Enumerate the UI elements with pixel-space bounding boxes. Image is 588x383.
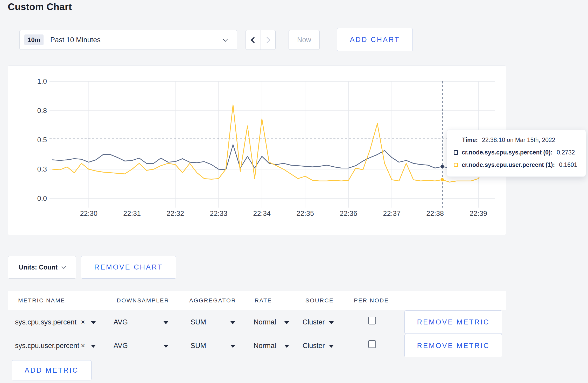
per-node-checkbox[interactable]	[368, 340, 376, 348]
chevron-right-icon	[264, 37, 270, 43]
tooltip-time-value: 22:38:10 on Mar 15th, 2022	[482, 137, 555, 144]
x-axis-tick-label: 22:31	[123, 210, 141, 217]
time-nav-group	[246, 30, 276, 50]
downsampler-select[interactable]: AVG	[114, 310, 128, 334]
x-axis-tick-label: 22:32	[166, 210, 184, 217]
chevron-down-icon	[223, 37, 228, 42]
series-sys-legend-swatch-icon	[454, 150, 458, 155]
add-metric-button[interactable]: ADD METRIC	[12, 360, 92, 380]
caret-down-icon[interactable]	[329, 321, 334, 324]
tooltip-series-value: 0.1601	[559, 161, 577, 168]
caret-down-icon[interactable]	[284, 345, 289, 348]
aggregator-select[interactable]: SUM	[191, 334, 206, 357]
rate-select[interactable]: Normal	[254, 310, 276, 334]
time-back-button[interactable]	[246, 30, 261, 49]
source-select[interactable]: Cluster	[303, 334, 325, 357]
time-range-dropdown[interactable]: 10m Past 10 Minutes	[19, 30, 237, 50]
x-axis-tick-label: 22:35	[296, 210, 314, 217]
caret-down-icon[interactable]	[329, 345, 334, 348]
per-node-checkbox[interactable]	[368, 317, 376, 324]
x-axis-tick-label: 22:36	[340, 210, 357, 217]
caret-down-icon[interactable]	[284, 321, 289, 324]
column-header-source: SOURCE	[305, 291, 334, 310]
hover-dot-sys	[440, 165, 444, 168]
series-line-sys-cpu	[53, 145, 493, 170]
column-header-metric-name: METRIC NAME	[18, 291, 65, 310]
y-axis-tick-label: 0.5	[37, 136, 47, 144]
x-axis-tick-label: 22:33	[210, 210, 227, 217]
time-range-badge: 10m	[24, 34, 44, 45]
caret-down-icon[interactable]	[230, 345, 235, 348]
column-header-aggregator: AGGREGATOR	[189, 291, 236, 310]
clear-metric-icon[interactable]: ×	[81, 310, 85, 334]
column-header-per-node: PER NODE	[354, 291, 389, 310]
caret-down-icon[interactable]	[230, 321, 235, 324]
series-user-legend-swatch-icon	[454, 163, 458, 167]
x-axis-tick-label: 22:30	[80, 210, 97, 217]
caret-down-icon[interactable]	[163, 345, 169, 348]
column-header-rate: RATE	[255, 291, 272, 310]
time-range-label: Past 10 Minutes	[50, 36, 101, 44]
caret-down-icon[interactable]	[91, 345, 96, 348]
units-dropdown[interactable]: Units: Count	[8, 256, 76, 279]
aggregator-select[interactable]: SUM	[191, 310, 206, 334]
x-axis-tick-label: 22:38	[426, 210, 444, 217]
y-axis-tick-label: 0.8	[37, 107, 47, 115]
downsampler-select[interactable]: AVG	[114, 334, 128, 357]
rate-select[interactable]: Normal	[254, 334, 276, 357]
tooltip-series-value: 0.2732	[557, 149, 575, 156]
now-button[interactable]: Now	[289, 30, 320, 50]
toolbar-divider	[8, 31, 8, 50]
tooltip-series-name: cr.node.sys.cpu.user.percent (1):	[462, 161, 555, 168]
metric-row: sys.cpu.user.percent × AVG SUM Normal Cl…	[0, 334, 588, 357]
x-axis-tick-label: 22:37	[383, 210, 401, 217]
metric-name-value[interactable]: sys.cpu.user.percent	[15, 334, 79, 357]
clear-metric-icon[interactable]: ×	[81, 334, 85, 357]
chevron-left-icon	[251, 37, 257, 43]
add-chart-button[interactable]: ADD CHART	[337, 28, 413, 51]
remove-chart-button[interactable]: REMOVE CHART	[81, 256, 176, 279]
chart-tooltip: Time: 22:38:10 on Mar 15th, 2022 cr.node…	[447, 130, 586, 177]
caret-down-icon[interactable]	[163, 321, 169, 324]
hover-dot-user	[440, 178, 444, 181]
tooltip-time-label: Time:	[462, 137, 478, 144]
y-axis-tick-label: 0.0	[37, 195, 47, 202]
y-axis-tick-label: 1.0	[37, 77, 47, 85]
page-title: Custom Chart	[8, 2, 72, 12]
tooltip-series-name: cr.node.sys.cpu.sys.percent (0):	[462, 149, 552, 156]
y-axis-tick-label: 0.3	[37, 165, 47, 173]
chevron-down-icon	[61, 264, 66, 269]
metric-name-value[interactable]: sys.cpu.sys.percent	[15, 310, 76, 334]
x-axis-tick-label: 22:39	[470, 210, 487, 217]
x-axis-tick-label: 22:34	[253, 210, 271, 217]
column-header-downsampler: DOWNSAMPLER	[117, 291, 169, 310]
remove-metric-button[interactable]: REMOVE METRIC	[404, 310, 502, 334]
metrics-table-header: METRIC NAME DOWNSAMPLER AGGREGATOR RATE …	[8, 291, 506, 310]
caret-down-icon[interactable]	[91, 321, 96, 324]
chart-card: 0.00.30.50.81.022:3022:3122:3222:3322:34…	[8, 65, 506, 235]
units-label: Units: Count	[19, 264, 58, 271]
series-line-user-cpu	[53, 105, 493, 182]
remove-metric-button[interactable]: REMOVE METRIC	[404, 334, 502, 357]
time-forward-button[interactable]	[261, 30, 276, 49]
metric-row: sys.cpu.sys.percent × AVG SUM Normal Clu…	[0, 310, 588, 334]
time-series-chart[interactable]: 0.00.30.50.81.022:3022:3122:3222:3322:34…	[8, 66, 506, 236]
source-select[interactable]: Cluster	[303, 310, 325, 334]
